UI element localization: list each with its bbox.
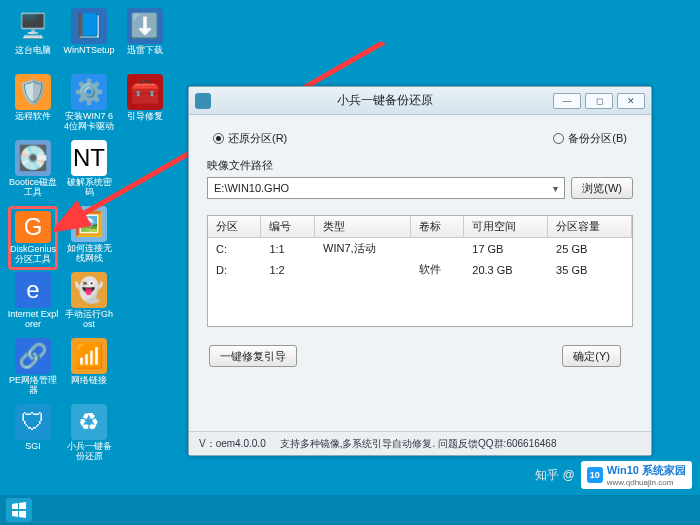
ok-button[interactable]: 确定(Y) [562, 345, 621, 367]
icon-wifi-label: 如何连接无线网线 [63, 244, 115, 264]
icon-diskgenius-icon: G [15, 211, 51, 243]
icon-remote[interactable]: 🛡️远程软件 [8, 74, 58, 138]
col-header[interactable]: 分区 [208, 216, 261, 238]
icon-ghost-label: 手动运行Ghost [63, 310, 115, 330]
icon-netlink-label: 网络链接 [63, 376, 115, 386]
image-path-select[interactable]: E:\WIN10.GHO [207, 177, 565, 199]
icon-penet-icon: 🔗 [15, 338, 51, 374]
radio-restore[interactable]: 还原分区(R) [213, 131, 287, 146]
watermark: 知乎 @ 10 Win10 系统家园 www.qdhuajin.com [535, 461, 692, 489]
win10-icon: 10 [587, 467, 603, 483]
icon-sgi-icon: 🛡 [15, 404, 51, 440]
restore-window: 小兵一键备份还原 — ◻ ✕ 还原分区(R) 备份分区(B) 映像文件路径 [188, 86, 652, 456]
icon-ie[interactable]: eInternet Explorer [8, 272, 58, 336]
boot-fix-button[interactable]: 一键修复引导 [209, 345, 297, 367]
icon-winntsetup-icon: 📘 [71, 8, 107, 44]
icon-win7drv-label: 安装WIN7 64位网卡驱动 [63, 112, 115, 132]
maximize-button[interactable]: ◻ [585, 93, 613, 109]
partition-table[interactable]: 分区编号类型卷标可用空间分区容量 C:1:1WIN7,活动17 GB25 GBD… [207, 215, 633, 327]
start-button[interactable] [6, 498, 32, 522]
icon-bootice-icon: 💽 [15, 140, 51, 176]
col-header[interactable]: 可用空间 [464, 216, 548, 238]
radio-dot-icon [213, 133, 224, 144]
browse-button[interactable]: 浏览(W) [571, 177, 633, 199]
minimize-button[interactable]: — [553, 93, 581, 109]
icon-xiaobing[interactable]: ♻小兵一键备份还原 [64, 404, 114, 468]
icon-diskgenius[interactable]: GDiskGenius分区工具 [8, 206, 58, 270]
desktop-icon-grid: 🖥️这台电脑📘WinNTSetup⬇️迅雷下载🛡️远程软件⚙️安装WIN7 64… [8, 8, 170, 468]
desktop: 🖥️这台电脑📘WinNTSetup⬇️迅雷下载🛡️远程软件⚙️安装WIN7 64… [0, 0, 700, 525]
icon-xiaobing-label: 小兵一键备份还原 [63, 442, 115, 462]
icon-netlink[interactable]: 📶网络链接 [64, 338, 114, 402]
status-version: V：oem4.0.0.0 [199, 437, 266, 451]
icon-wifi-icon: 🖼️ [71, 206, 107, 242]
icon-this-pc-icon: 🖥️ [15, 8, 51, 44]
icon-wifi[interactable]: 🖼️如何连接无线网线 [64, 206, 114, 270]
path-label: 映像文件路径 [207, 158, 633, 173]
icon-winntsetup[interactable]: 📘WinNTSetup [64, 8, 114, 72]
icon-bootfix-label: 引导修复 [119, 112, 171, 122]
icon-netlink-icon: 📶 [71, 338, 107, 374]
icon-bootfix[interactable]: 🧰引导修复 [120, 74, 170, 138]
icon-sgi-label: SGI [7, 442, 59, 452]
icon-thunder-label: 迅雷下载 [119, 46, 171, 56]
icon-bootfix-icon: 🧰 [127, 74, 163, 110]
icon-bootice[interactable]: 💽Bootice磁盘工具 [8, 140, 58, 204]
icon-xiaobing-icon: ♻ [71, 404, 107, 440]
taskbar[interactable] [0, 495, 700, 525]
icon-ghost-icon: 👻 [71, 272, 107, 308]
icon-crack-icon: NT [71, 140, 107, 176]
icon-ie-label: Internet Explorer [7, 310, 59, 330]
table-row[interactable]: D:1:2软件20.3 GB35 GB [208, 259, 632, 280]
col-header[interactable]: 卷标 [410, 216, 464, 238]
radio-dot-icon [553, 133, 564, 144]
app-icon [195, 93, 211, 109]
win10-title: Win10 系统家园 [607, 463, 686, 478]
icon-win7drv-icon: ⚙️ [71, 74, 107, 110]
icon-win7drv[interactable]: ⚙️安装WIN7 64位网卡驱动 [64, 74, 114, 138]
icon-ghost[interactable]: 👻手动运行Ghost [64, 272, 114, 336]
win10-badge: 10 Win10 系统家园 www.qdhuajin.com [581, 461, 692, 489]
window-title: 小兵一键备份还原 [217, 92, 553, 109]
status-message: 支持多种镜像,多系统引导自动修复. 问题反馈QQ群:606616468 [280, 437, 557, 451]
zhihu-mark: 知乎 @ [535, 467, 575, 484]
icon-penet-label: PE网络管理器 [7, 376, 59, 396]
icon-this-pc[interactable]: 🖥️这台电脑 [8, 8, 58, 72]
icon-this-pc-label: 这台电脑 [7, 46, 59, 56]
icon-penet[interactable]: 🔗PE网络管理器 [8, 338, 58, 402]
icon-crack[interactable]: NT破解系统密码 [64, 140, 114, 204]
icon-remote-label: 远程软件 [7, 112, 59, 122]
icon-thunder[interactable]: ⬇️迅雷下载 [120, 8, 170, 72]
icon-ie-icon: e [15, 272, 51, 308]
image-path-value: E:\WIN10.GHO [214, 182, 289, 194]
icon-remote-icon: 🛡️ [15, 74, 51, 110]
col-header[interactable]: 类型 [315, 216, 411, 238]
win10-url: www.qdhuajin.com [607, 478, 686, 487]
col-header[interactable]: 编号 [261, 216, 315, 238]
icon-sgi[interactable]: 🛡SGI [8, 404, 58, 468]
icon-winntsetup-label: WinNTSetup [63, 46, 115, 56]
radio-restore-label: 还原分区(R) [228, 131, 287, 146]
icon-thunder-icon: ⬇️ [127, 8, 163, 44]
table-row[interactable]: C:1:1WIN7,活动17 GB25 GB [208, 238, 632, 260]
icon-crack-label: 破解系统密码 [63, 178, 115, 198]
icon-bootice-label: Bootice磁盘工具 [7, 178, 59, 198]
close-button[interactable]: ✕ [617, 93, 645, 109]
radio-backup[interactable]: 备份分区(B) [553, 131, 627, 146]
icon-diskgenius-label: DiskGenius分区工具 [7, 245, 59, 265]
statusbar: V：oem4.0.0.0 支持多种镜像,多系统引导自动修复. 问题反馈QQ群:6… [189, 431, 651, 455]
window-body: 还原分区(R) 备份分区(B) 映像文件路径 E:\WIN10.GHO 浏览(W… [189, 115, 651, 377]
col-header[interactable]: 分区容量 [548, 216, 632, 238]
titlebar[interactable]: 小兵一键备份还原 — ◻ ✕ [189, 87, 651, 115]
radio-backup-label: 备份分区(B) [568, 131, 627, 146]
